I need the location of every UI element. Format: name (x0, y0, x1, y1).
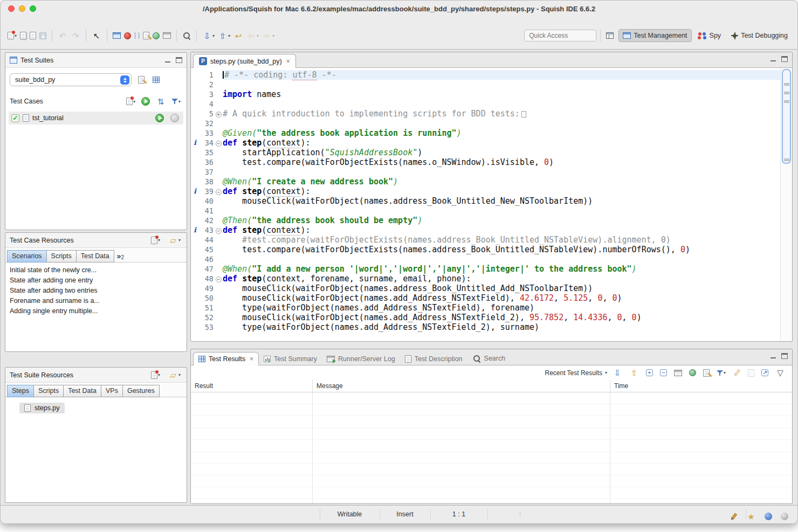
results-table-body[interactable] (191, 392, 792, 503)
perspective-test-management[interactable]: Test Management (618, 29, 691, 42)
annotation-ruler[interactable] (191, 303, 199, 313)
fold-marker[interactable] (214, 80, 223, 89)
line-number[interactable]: 1 (199, 70, 214, 80)
code-line[interactable]: 48−def step(context, forename, surname, … (191, 274, 792, 284)
run-settings-icon[interactable] (151, 29, 161, 43)
line-number[interactable]: 43 (199, 225, 214, 235)
code-text[interactable]: def step(context): (223, 138, 792, 148)
column-result[interactable]: Result (191, 380, 313, 392)
annotation-ruler[interactable] (191, 70, 199, 80)
test-case-row[interactable]: ✓tst_tutorial (9, 112, 183, 125)
tsr-tab-test-data[interactable]: Test Data (63, 385, 101, 397)
fold-marker[interactable]: − (214, 186, 223, 196)
code-text[interactable]: @When("I add a new person '|word|','|wor… (223, 264, 792, 274)
perspective-test-debugging[interactable]: Test Debugging (727, 29, 792, 42)
annotation-ruler[interactable] (191, 322, 199, 332)
code-text[interactable]: # -*- coding: utf-8 -*- (223, 70, 792, 80)
annotation-ruler[interactable] (191, 274, 199, 284)
code-text[interactable]: def step(context): (223, 186, 792, 196)
line-number[interactable]: 42 (199, 216, 214, 225)
annotation-ruler[interactable] (191, 128, 199, 138)
code-line[interactable]: 41 (191, 206, 792, 216)
code-text[interactable]: mouseClick(waitForObject(names.add_Addre… (223, 313, 792, 322)
code-text[interactable]: mouseClick(waitForObject(names.address_B… (223, 284, 792, 293)
annotation-ruler[interactable] (191, 148, 199, 157)
history-status-icon[interactable] (779, 509, 790, 523)
edit-status-icon[interactable] (728, 509, 739, 523)
fold-marker[interactable] (214, 128, 223, 138)
filter-icon[interactable]: ▾ (715, 366, 727, 380)
suite-settings-button[interactable] (136, 73, 146, 87)
code-text[interactable]: #test.compare(waitForObjectExists(names.… (223, 235, 792, 245)
code-line[interactable]: 3import names (191, 89, 792, 99)
line-number[interactable]: 37 (199, 167, 214, 177)
fold-marker[interactable]: − (214, 138, 223, 148)
line-number[interactable]: 38 (199, 177, 214, 186)
titlebar[interactable]: /Applications/Squish for Mac 6.6.2/examp… (1, 1, 797, 17)
close-window-icon[interactable] (8, 5, 15, 12)
screenshot-icon[interactable] (672, 366, 684, 380)
code-text[interactable]: @Then("the address book should be empty"… (223, 216, 792, 225)
scroll-annotation-mark[interactable] (784, 100, 789, 103)
fold-marker[interactable] (214, 235, 223, 245)
new-bdd-test-case-button[interactable]: ▾ (125, 94, 137, 108)
info-annotation-icon[interactable]: i (191, 225, 199, 235)
code-line[interactable]: 33@Given("the address book application i… (191, 128, 792, 138)
annotation-ruler[interactable] (191, 293, 199, 303)
info-annotation-icon[interactable]: i (191, 186, 199, 196)
tsr-new-folder-button[interactable]: ▱ ▾ (167, 368, 182, 382)
last-edit-location-icon[interactable]: ↩ (232, 29, 245, 43)
code-line[interactable]: 44 #test.compare(waitForObjectExists(nam… (191, 235, 792, 245)
show-views-icon[interactable] (161, 29, 173, 43)
line-number[interactable]: 39 (199, 186, 214, 196)
scroll-annotation-mark[interactable] (784, 92, 789, 94)
line-number[interactable]: 33 (199, 128, 214, 138)
code-line[interactable]: 53 type(waitForObject(names.add_Address_… (191, 322, 792, 332)
annotation-ruler[interactable] (191, 119, 199, 128)
filter-test-cases-button[interactable]: ▾ (170, 94, 182, 108)
minimize-window-icon[interactable] (19, 5, 25, 12)
expand-all-icon[interactable]: + (644, 366, 655, 380)
line-number[interactable]: 51 (199, 303, 214, 313)
code-text[interactable]: type(waitForObject(names.add_Address_NST… (223, 303, 792, 313)
code-line[interactable]: 1# -*- coding: utf-8 -*- (191, 70, 792, 80)
line-number[interactable]: 48 (199, 274, 214, 284)
line-number[interactable]: 3 (199, 89, 214, 99)
suite-selector-stepper-icon[interactable] (120, 75, 129, 85)
code-line[interactable]: 50 mouseClick(waitForObject(names.add_Ad… (191, 293, 792, 303)
previous-annotation-icon[interactable]: ⇧▾ (216, 29, 232, 43)
code-line[interactable]: 35 startApplication("SquishAddressBook") (191, 148, 792, 157)
fold-marker[interactable] (214, 303, 223, 313)
sort-test-cases-button[interactable]: ⇅ (154, 94, 167, 108)
tab-test-results[interactable]: Test Results× (193, 352, 259, 365)
fold-marker[interactable] (214, 293, 223, 303)
annotation-ruler[interactable] (191, 167, 199, 177)
code-line[interactable]: 5+# A quick introduction to implementing… (191, 109, 792, 119)
line-number[interactable]: 5 (199, 109, 214, 119)
line-number[interactable]: 2 (199, 80, 214, 89)
minimize-view-icon[interactable] (164, 57, 171, 63)
tab-runner-server-log[interactable]: Runner/Server Log (322, 353, 400, 365)
code-line[interactable]: 49 mouseClick(waitForObject(names.addres… (191, 284, 792, 293)
fold-marker[interactable]: − (214, 274, 223, 284)
line-number[interactable]: 36 (199, 157, 214, 167)
recent-test-results-button[interactable]: Recent Test Results ▾ (545, 369, 607, 377)
open-test-suite-icon[interactable] (18, 29, 28, 43)
line-number[interactable]: 35 (199, 148, 214, 157)
line-number[interactable]: 44 (199, 235, 214, 245)
code-line[interactable]: i34−def step(context): (191, 138, 792, 148)
code-line[interactable]: 38@When("I create a new address book") (191, 177, 792, 186)
fold-marker[interactable] (214, 313, 223, 322)
fold-collapse-icon[interactable]: − (216, 228, 222, 234)
suite-selector[interactable]: suite_bdd_py (10, 73, 132, 86)
tcr-new-folder-button[interactable]: ▱ ▾ (167, 233, 182, 247)
maximize-editor-icon[interactable] (781, 56, 788, 62)
column-message[interactable]: Message (313, 380, 610, 392)
fold-marker[interactable] (214, 245, 223, 254)
code-line[interactable]: 51 type(waitForObject(names.add_Address_… (191, 303, 792, 313)
scenario-item[interactable]: State after adding two entries (6, 285, 185, 295)
code-text[interactable] (223, 206, 792, 216)
line-number[interactable]: 46 (199, 254, 214, 264)
code-text[interactable]: # A quick introduction to implementing s… (223, 109, 792, 119)
code-line[interactable]: 4 (191, 99, 792, 109)
